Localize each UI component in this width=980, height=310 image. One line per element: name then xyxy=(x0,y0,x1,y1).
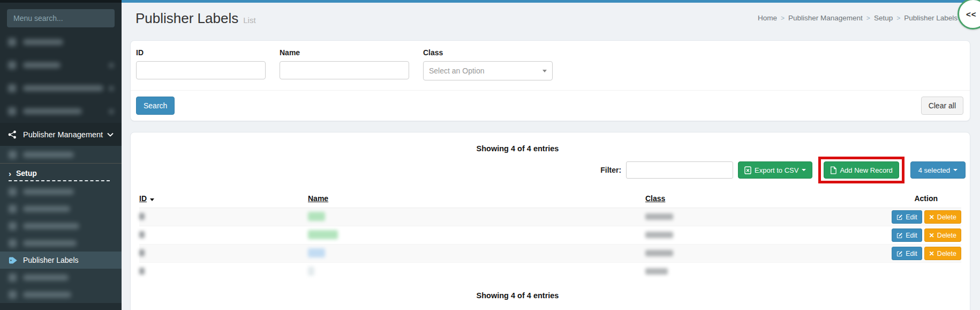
share-alt-icon xyxy=(8,130,17,139)
sidebar-item-redacted-4[interactable] xyxy=(0,100,122,123)
breadcrumb: Home>Publisher Management>Setup>Publishe… xyxy=(758,14,958,22)
main-content: Publisher LabelsList Home>Publisher Mana… xyxy=(122,3,980,310)
menu-icon xyxy=(9,274,17,282)
redacted-label xyxy=(23,189,74,195)
content-header: Publisher LabelsList Home>Publisher Mana… xyxy=(122,3,980,35)
column-header-class-label[interactable]: Class xyxy=(645,194,665,203)
column-header-id-label[interactable]: ID xyxy=(139,194,147,203)
column-header-action-label: Action xyxy=(914,194,938,203)
publisher-labels-table: ID Name Class Action xyxy=(139,192,961,281)
column-header-class[interactable]: Class xyxy=(645,192,886,208)
clear-all-button[interactable]: Clear all xyxy=(921,97,963,115)
name-cell xyxy=(308,208,645,226)
breadcrumb-setup[interactable]: Setup xyxy=(874,14,893,22)
edit-button[interactable]: Edit xyxy=(892,247,922,260)
menu-icon xyxy=(8,38,16,46)
sort-desc-icon xyxy=(150,198,154,201)
columns-selected-dropdown[interactable]: 4 selected xyxy=(910,161,966,179)
submenu-item-label: Publisher Labels xyxy=(23,256,79,264)
page-title: Publisher LabelsList xyxy=(135,10,256,27)
column-header-id[interactable]: ID xyxy=(139,192,308,208)
menu-icon xyxy=(9,239,17,247)
sidebar-item-label: Publisher Management xyxy=(23,130,103,139)
excel-file-icon xyxy=(744,166,751,174)
menu-icon xyxy=(9,222,17,230)
column-header-name[interactable]: Name xyxy=(308,192,645,208)
submenu-item-redacted-4[interactable] xyxy=(0,217,122,234)
delete-button[interactable]: ✕ Delete xyxy=(924,228,961,242)
redacted-id xyxy=(139,231,145,238)
table-row: Edit ✕ Delete xyxy=(139,245,961,263)
edit-button-label: Edit xyxy=(906,250,917,257)
sidebar-search[interactable] xyxy=(7,9,115,27)
export-to-csv-label: Export to CSV xyxy=(755,166,798,174)
submenu-item-publisher-labels[interactable]: Publisher Labels xyxy=(0,252,122,269)
search-filter-fields: ID Name Class Select an Option xyxy=(131,41,970,90)
submenu-item-redacted-3[interactable] xyxy=(0,200,122,217)
sidebar: Publisher Management › Setup xyxy=(0,3,122,310)
sidebar-item-redacted-1[interactable] xyxy=(0,31,122,54)
name-cell xyxy=(308,263,645,281)
name-cell xyxy=(308,245,645,263)
submenu-item-redacted-2[interactable] xyxy=(0,183,122,200)
menu-icon xyxy=(9,205,17,213)
submenu-item-label: Setup xyxy=(16,169,37,178)
redacted-id xyxy=(139,213,145,220)
edit-button[interactable]: Edit xyxy=(892,210,922,224)
name-field-group: Name xyxy=(280,48,409,80)
export-to-csv-button[interactable]: Export to CSV xyxy=(738,161,812,179)
submenu-item-setup[interactable]: › Setup xyxy=(0,163,122,183)
results-panel: Showing 4 of 4 entries Filter: Export to… xyxy=(130,132,970,310)
class-select[interactable]: Select an Option xyxy=(423,61,553,80)
delete-button[interactable]: ✕ Delete xyxy=(924,210,961,224)
submenu-item-redacted-7[interactable] xyxy=(0,286,122,303)
submenu-item-redacted-1[interactable] xyxy=(0,146,122,163)
edit-pencil-icon xyxy=(896,232,903,239)
menu-icon xyxy=(8,84,16,92)
sidebar-collapse-button[interactable]: << xyxy=(958,0,980,29)
action-cell: Edit ✕ Delete xyxy=(886,208,961,226)
delete-button-label: Delete xyxy=(937,250,956,257)
redacted-label xyxy=(23,62,61,68)
class-select-placeholder: Select an Option xyxy=(429,67,485,75)
menu-icon xyxy=(9,291,17,299)
search-button[interactable]: Search xyxy=(136,97,175,115)
sidebar-item-redacted-2[interactable] xyxy=(0,54,122,77)
edit-button-label: Edit xyxy=(906,232,917,239)
name-field[interactable] xyxy=(280,61,409,79)
delete-button[interactable]: ✕ Delete xyxy=(924,247,961,260)
class-cell xyxy=(645,245,886,263)
redacted-label xyxy=(23,152,74,158)
sidebar-item-redacted-3[interactable] xyxy=(0,77,122,100)
redacted-label xyxy=(23,223,79,229)
page-title-text: Publisher Labels xyxy=(135,10,238,26)
redacted-label xyxy=(23,275,69,281)
chevron-down-icon xyxy=(107,132,114,137)
edit-button[interactable]: Edit xyxy=(892,228,922,242)
columns-selected-label: 4 selected xyxy=(918,166,950,174)
menu-icon xyxy=(9,188,17,196)
submenu-item-redacted-5[interactable] xyxy=(0,234,122,252)
x-icon: ✕ xyxy=(929,250,934,257)
x-icon: ✕ xyxy=(929,214,934,220)
table-header-row: ID Name Class Action xyxy=(139,192,961,208)
redacted-class xyxy=(645,250,673,256)
column-header-name-label[interactable]: Name xyxy=(308,194,328,203)
sidebar-item-publisher-management[interactable]: Publisher Management xyxy=(0,123,122,146)
sidebar-search-input[interactable] xyxy=(12,13,111,23)
table-row: Edit ✕ Delete xyxy=(139,208,961,226)
tag-icon xyxy=(9,256,18,264)
add-new-record-button[interactable]: Add New Record xyxy=(824,161,899,179)
redacted-class xyxy=(645,213,673,220)
caret-down-icon xyxy=(802,169,806,171)
id-field[interactable] xyxy=(136,61,266,79)
redacted-id xyxy=(139,268,145,275)
submenu-item-redacted-6[interactable] xyxy=(0,269,122,286)
breadcrumb-publisher-management[interactable]: Publisher Management xyxy=(788,14,863,22)
table-filter-input[interactable] xyxy=(626,161,733,179)
page-subtitle: List xyxy=(243,16,255,25)
breadcrumb-home[interactable]: Home xyxy=(758,14,777,22)
class-cell xyxy=(645,208,886,226)
table-row xyxy=(139,263,961,281)
action-cell xyxy=(886,263,961,281)
